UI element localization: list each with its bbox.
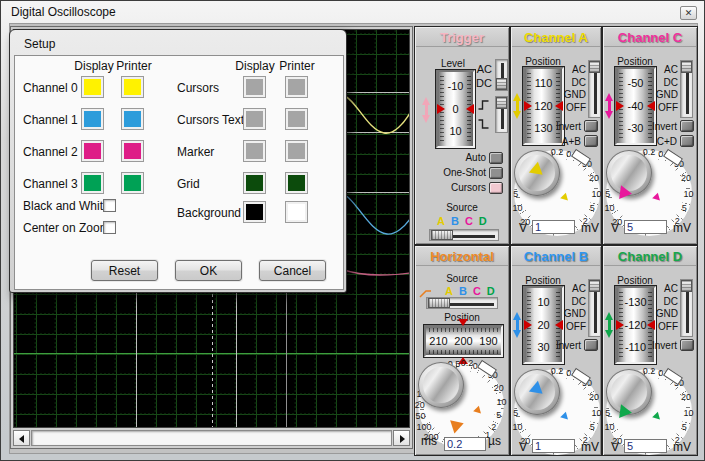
position-pointer-right-icon — [647, 101, 655, 111]
dial-tick-value: 190 — [479, 335, 497, 347]
horizontal-source-slider[interactable] — [426, 297, 498, 309]
scroll-right-arrow-icon[interactable] — [393, 430, 410, 446]
display-color-swatch[interactable] — [243, 201, 266, 223]
mode-button[interactable] — [489, 167, 503, 179]
slider-thumb[interactable] — [496, 78, 507, 90]
slider-thumb[interactable] — [589, 61, 600, 73]
volts-value-input[interactable] — [624, 220, 667, 234]
mode-button[interactable] — [489, 152, 503, 164]
horizontal-panel: Horizontal Source ABCD Position 21020019… — [414, 245, 510, 456]
knob-pointer-icon — [652, 193, 663, 204]
sum-label: A+B — [562, 136, 581, 147]
printer-color-swatch[interactable] — [285, 76, 308, 98]
position-pointer-left-icon — [524, 320, 532, 330]
dial-tick-value: 0 — [452, 104, 458, 115]
trigger-title: Trigger — [416, 28, 508, 47]
column-header-display: Display — [72, 59, 116, 73]
slider-thumb[interactable] — [431, 230, 453, 240]
printer-color-swatch[interactable] — [285, 201, 308, 223]
horizontal-position-dial[interactable]: 210200190 — [424, 325, 503, 357]
slider-thumb[interactable] — [681, 280, 692, 292]
dial-tick-value: 120 — [534, 101, 552, 112]
dialog-button[interactable]: Reset — [91, 260, 158, 281]
slider-thumb[interactable] — [496, 97, 507, 109]
display-color-swatch[interactable] — [243, 172, 266, 194]
unit-v-label: V — [611, 440, 619, 454]
unit-ms-label: ms — [421, 434, 437, 448]
invert-button[interactable] — [584, 339, 598, 351]
close-icon[interactable]: ✕ — [680, 6, 697, 20]
checkbox[interactable] — [103, 199, 116, 212]
checkbox-row: Center on Zoom — [15, 220, 175, 236]
printer-color-swatch[interactable] — [285, 172, 308, 194]
source-channel-letter: A — [437, 215, 445, 227]
channel-coupling-slider[interactable] — [588, 279, 601, 337]
position-pointer-right-icon — [647, 320, 655, 330]
channel-coupling-slider[interactable] — [680, 60, 693, 118]
title-bar[interactable]: Digital Oscilloscope ✕ — [1, 1, 704, 23]
app-window: Digital Oscilloscope ✕ — [0, 0, 705, 461]
invert-button[interactable] — [584, 120, 598, 132]
trigger-edge-slider[interactable] — [495, 96, 508, 133]
window-title: Digital Oscilloscope — [11, 5, 116, 19]
display-color-swatch[interactable] — [243, 140, 266, 162]
position-pointer-right-icon — [555, 320, 563, 330]
source-channel-letter: C — [465, 215, 473, 227]
trigger-coupling-slider[interactable] — [495, 59, 508, 91]
volts-value-input[interactable] — [532, 439, 575, 453]
volts-value-input[interactable] — [532, 220, 575, 234]
invert-button[interactable] — [680, 339, 694, 351]
coupling-label: DC — [664, 77, 678, 90]
channel-drag-arrow-icon[interactable] — [513, 93, 522, 119]
printer-color-swatch[interactable] — [285, 108, 308, 130]
slider-thumb[interactable] — [681, 61, 692, 73]
dial-tick-value: 10 — [449, 126, 461, 137]
unit-v-label: V — [519, 221, 527, 235]
scroll-left-arrow-icon[interactable] — [13, 430, 30, 446]
scrollbar-track[interactable] — [31, 430, 392, 446]
knob-pointer-icon — [652, 412, 663, 423]
trigger-source-slider[interactable] — [429, 229, 499, 241]
invert-row: Invert — [556, 339, 598, 351]
printer-color-swatch[interactable] — [285, 140, 308, 162]
coupling-label: OFF — [658, 321, 678, 334]
mode-button[interactable] — [489, 182, 503, 194]
checkbox-row: Black and White — [15, 198, 175, 214]
channel-drag-arrow-icon[interactable] — [605, 312, 614, 338]
dial-tick-value: 10 — [537, 297, 549, 308]
channel-drag-arrow-icon[interactable] — [513, 312, 522, 338]
trigger-drag-arrow-icon[interactable] — [422, 97, 431, 123]
dialog-button[interactable]: OK — [175, 260, 242, 281]
level-pointer-left-icon — [437, 104, 445, 114]
dial-tick-value: 200 — [454, 335, 472, 347]
trigger-mode-row: Cursors — [419, 180, 503, 195]
display-color-swatch[interactable] — [243, 108, 266, 130]
sum-row: C+D — [657, 135, 694, 147]
horizontal-title: Horizontal — [416, 247, 508, 266]
sum-button[interactable] — [680, 135, 694, 147]
horizontal-scrollbar[interactable] — [13, 430, 410, 446]
coupling-label: GND — [564, 308, 586, 321]
volts-value-input[interactable] — [624, 439, 667, 453]
unit-mv-label: mV — [581, 440, 599, 454]
invert-button[interactable] — [680, 120, 694, 132]
dial-tick-value: -110 — [625, 342, 646, 353]
rising-edge-icon — [477, 99, 490, 111]
checkbox[interactable] — [103, 221, 116, 234]
display-color-swatch[interactable] — [243, 76, 266, 98]
mode-button-label: Cursors — [451, 182, 486, 193]
dialog-button[interactable]: Cancel — [259, 260, 326, 281]
position-pointer-top-icon — [458, 319, 468, 326]
falling-edge-icon — [477, 118, 490, 130]
timebase-value-input[interactable] — [444, 437, 486, 451]
slider-thumb[interactable] — [589, 280, 600, 292]
sum-row: A+B — [562, 135, 598, 147]
channel-drag-arrow-icon[interactable] — [605, 93, 614, 119]
timebase-knob[interactable] — [418, 362, 464, 408]
sum-button[interactable] — [584, 135, 598, 147]
color-row: Cursors Text — [15, 108, 343, 132]
dial-tick-value: -30 — [628, 123, 644, 134]
channel-coupling-slider[interactable] — [680, 279, 693, 337]
channel-coupling-slider[interactable] — [588, 60, 601, 118]
slider-thumb[interactable] — [428, 298, 450, 308]
